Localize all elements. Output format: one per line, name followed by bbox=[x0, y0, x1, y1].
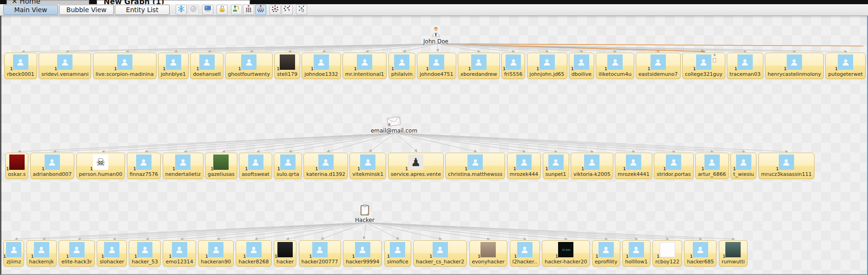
freeze-button[interactable] bbox=[176, 5, 187, 15]
entity-card[interactable]: 1 steli179 bbox=[274, 53, 300, 79]
circular-layout-button[interactable] bbox=[270, 5, 281, 15]
close-icon[interactable]: ✕ bbox=[12, 0, 18, 4]
entity-card[interactable]: 1 nendertalietiz bbox=[163, 153, 204, 179]
entity-count-badge: 1 bbox=[54, 67, 57, 71]
entity-card[interactable]: 1 rbeck0001 bbox=[4, 53, 37, 79]
tree-layout-button[interactable] bbox=[231, 5, 242, 15]
entity-card[interactable]: 1 sunpet1 bbox=[543, 153, 569, 179]
entity-card[interactable]: 1 asoftsweat bbox=[239, 153, 272, 179]
entity-card[interactable]: 1 viktoria-k2005 bbox=[571, 153, 613, 179]
root-entity-node[interactable]: John Doe bbox=[423, 25, 448, 45]
entity-count-badge: 1 bbox=[430, 255, 433, 259]
entity-card[interactable]: 1 mrozek444 bbox=[507, 153, 541, 179]
entity-card[interactable]: 1 slohacker bbox=[97, 240, 127, 267]
entity-card[interactable]: 1 hacker200777 bbox=[299, 240, 341, 267]
view-tab-bubble-view[interactable]: Bubble View bbox=[59, 5, 114, 15]
photo-green bbox=[213, 154, 229, 170]
entity-card[interactable]: -ln km 1 hacker-hacker20 bbox=[542, 240, 590, 267]
root-entity-node[interactable]: email@mail.com bbox=[371, 114, 417, 134]
entity-card[interactable]: 1 simofice bbox=[384, 240, 411, 267]
entity-count-badge: 1 bbox=[693, 67, 696, 71]
entity-card[interactable]: 1 xboredandrew bbox=[458, 53, 500, 79]
entity-icon-wrap: 1 bbox=[213, 154, 229, 170]
sphere-button bbox=[188, 5, 199, 15]
entity-card[interactable]: 1 eastsidemuno7 bbox=[636, 53, 680, 79]
entity-card[interactable]: 1 johnblye1 bbox=[158, 53, 189, 79]
interactive-layout-button[interactable] bbox=[296, 5, 307, 15]
entity-card[interactable]: 1 stridor.portas bbox=[654, 153, 693, 179]
entity-icon-wrap: 1 bbox=[574, 54, 589, 70]
entity-card[interactable]: 1 hacker_cs_hacker2 bbox=[413, 240, 467, 267]
tab-home[interactable]: ✕ Home bbox=[7, 0, 89, 4]
entity-card[interactable]: 1 iliketocum4u bbox=[596, 53, 634, 79]
entity-icon-wrap: 1 bbox=[137, 242, 152, 257]
entity-card[interactable]: 1 hacker685 bbox=[684, 240, 717, 267]
entity-card[interactable]: 1 doehansell bbox=[190, 53, 224, 79]
entity-card[interactable]: 1 rcboy122 bbox=[652, 240, 682, 267]
entity-card[interactable]: 1 eprofility bbox=[592, 240, 620, 267]
entity-card[interactable]: 1 mr.intentional1 bbox=[342, 53, 387, 79]
entity-card[interactable]: 1 elite-hack3r bbox=[59, 240, 95, 267]
entity-card[interactable]: 1 mrucz3kasassin111 bbox=[758, 153, 815, 179]
entity-count-badge: 1 bbox=[309, 255, 312, 259]
entity-card[interactable]: 1 hackeran90 bbox=[198, 240, 234, 267]
entity-count-badge: 1 bbox=[596, 255, 598, 259]
entity-card[interactable]: 1 adrianbond007 bbox=[30, 153, 75, 179]
entity-card[interactable]: 1 l2hacker.. bbox=[510, 240, 540, 267]
view-tab-entity-list[interactable]: Entity List bbox=[115, 5, 170, 15]
entity-card[interactable]: 1 dboilive bbox=[569, 53, 594, 79]
lock-open-button[interactable] bbox=[217, 5, 228, 15]
entity-card[interactable]: ☠ 1 person.human00 bbox=[76, 153, 125, 179]
entity-card[interactable]: 1 hacker_53 bbox=[129, 240, 161, 267]
person-avatar-icon bbox=[45, 154, 60, 170]
entity-card[interactable]: 1 evonyhacker bbox=[469, 240, 508, 267]
view-tab-main-view[interactable]: Main View bbox=[3, 5, 58, 15]
graph-canvas[interactable]: John Doe 1 rbeck0001 1 sridevi.venamnani… bbox=[0, 16, 868, 275]
entity-card[interactable]: 1 oskar.s bbox=[5, 153, 28, 179]
entity-card[interactable]: 1 henrycastelinmolony bbox=[765, 53, 824, 79]
root-entity-node[interactable]: Hacker bbox=[355, 204, 375, 223]
entity-count-badge: 1 bbox=[197, 67, 199, 71]
entity-card[interactable]: 1 zjiimz bbox=[3, 240, 24, 267]
entity-count-badge: 1 bbox=[605, 67, 607, 71]
entity-card[interactable]: 1 traceman03 bbox=[727, 53, 763, 79]
entity-card[interactable]: 1 artur_6866 bbox=[695, 153, 729, 179]
entity-card[interactable]: 1 johnjohn.jd65 bbox=[527, 53, 567, 79]
entity-card[interactable]: 1 philalvin bbox=[388, 53, 415, 79]
entity-card[interactable]: 1 katerina.d1392 bbox=[303, 153, 348, 179]
person-avatar-icon bbox=[6, 242, 21, 257]
entity-card[interactable]: 1 rumwutti bbox=[719, 240, 748, 267]
entity-card[interactable]: 1 live:scorpion-madinina bbox=[93, 53, 157, 79]
entity-icon-wrap: 1 bbox=[779, 154, 794, 170]
entity-card[interactable]: 1 putogeterwet bbox=[825, 53, 865, 79]
entity-card[interactable]: 1 hacker8268 bbox=[236, 240, 271, 267]
entity-card[interactable]: 1 sulo.qrta bbox=[274, 153, 302, 179]
person-avatar-icon bbox=[779, 154, 794, 170]
organic-layout-button[interactable] bbox=[282, 5, 293, 15]
entity-icon-wrap: 1 bbox=[539, 54, 555, 70]
entity-card[interactable]: 1 ★ college321guy bbox=[682, 53, 725, 79]
block-layout-button[interactable] bbox=[243, 5, 254, 15]
entity-card[interactable]: 1 ghostfourtwenty bbox=[225, 53, 273, 79]
entity-card[interactable]: 1 gazeliusas bbox=[205, 153, 237, 179]
entity-card[interactable]: 1 hollllow1 bbox=[622, 240, 651, 267]
hierarchical-layout-button[interactable] bbox=[255, 5, 266, 15]
tab-new-graph[interactable]: New Graph (1) bbox=[97, 0, 250, 4]
entity-card[interactable]: 1 hacker bbox=[274, 240, 296, 267]
entity-card[interactable]: ♟ 1 service.apres.vente bbox=[388, 153, 444, 179]
entity-card[interactable]: 1 johndoe1332 bbox=[302, 53, 341, 79]
entity-card[interactable]: 1 sridevi.venamnani bbox=[39, 53, 92, 79]
entity-card[interactable]: 1 emo12314 bbox=[163, 240, 196, 267]
screen-button[interactable] bbox=[202, 5, 213, 15]
entity-card[interactable]: 1 hacker99994 bbox=[343, 240, 382, 267]
entity-card[interactable]: 1 hackernjk bbox=[26, 240, 57, 267]
entity-icon-wrap: 1 bbox=[57, 54, 72, 70]
entity-card[interactable]: 1 fri5556 bbox=[501, 53, 525, 79]
entity-card[interactable]: 1 vitekminsk1 bbox=[349, 153, 386, 179]
window-tab-strip: ✕ Home New Graph (1) bbox=[0, 0, 868, 4]
entity-card[interactable]: 1 mrozek4441 bbox=[615, 153, 652, 179]
entity-card[interactable]: 1 johndoe4751 bbox=[417, 53, 456, 79]
entity-card[interactable]: 1 t_wiesiu bbox=[730, 153, 756, 179]
entity-card[interactable]: 1 christina.matthewsss bbox=[445, 153, 505, 179]
entity-card[interactable]: 1 finnaz7576 bbox=[127, 153, 161, 179]
